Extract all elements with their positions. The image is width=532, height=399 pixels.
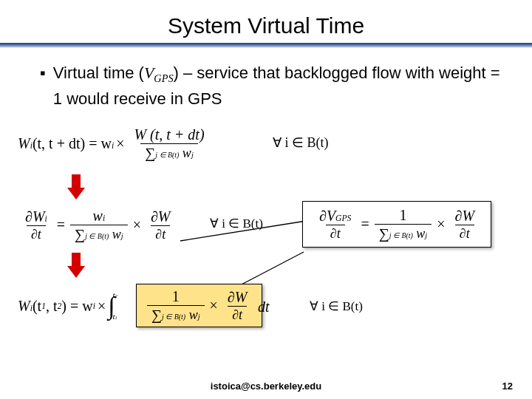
- red-arrow-2: [68, 253, 84, 278]
- bullet-text: Virtual time (VGPS) – service that backl…: [53, 63, 507, 109]
- math-area: Wi (t, t + dt) = wi × W (t, t + dt) ∑j ∈…: [40, 120, 507, 378]
- eq3-integral: ∫ t2 t1: [108, 291, 117, 321]
- eq3-hl-frac: 1 ∑j ∈ B(t) wj: [147, 289, 205, 322]
- slide: System Virtual Time ▪ Virtual time (VGPS…: [0, 0, 532, 399]
- callout-lines: [40, 120, 513, 378]
- bullet-var: V: [144, 64, 154, 82]
- equation-vgps-box: ∂VGPS ∂t = 1 ∑j ∈ B(t) wj × ∂W ∂t: [302, 201, 491, 248]
- bullet-row: ▪ Virtual time (VGPS) – service that bac…: [40, 63, 507, 109]
- eq3-hl-rhs: ∂W ∂t: [223, 290, 252, 321]
- slide-title: System Virtual Time: [0, 13, 532, 38]
- eqV-lhs: ∂VGPS ∂t: [315, 208, 355, 240]
- title-rule: [0, 43, 532, 48]
- svg-line-0: [180, 221, 306, 241]
- equation-3-dt: dt: [258, 299, 270, 316]
- eq1-Wi: Wi: [18, 135, 33, 152]
- footer-email: istoica@cs.berkeley.edu: [0, 381, 532, 392]
- equation-3-cond: ∀ i ∈ B(t): [310, 299, 363, 314]
- bullet-sub: GPS: [154, 72, 173, 84]
- page-number: 12: [502, 381, 513, 392]
- equation-3: Wi (t1, t2) = wi × ∫ t2 t1: [18, 291, 117, 321]
- title-area: System Virtual Time: [0, 0, 532, 48]
- bullet-pre: Virtual time (: [53, 64, 144, 82]
- equation-3-highlight: 1 ∑j ∈ B(t) wj × ∂W ∂t: [136, 284, 262, 327]
- bullet-mark: ▪: [40, 63, 46, 83]
- eqV-rhs: ∂W ∂t: [451, 208, 480, 240]
- eqV-mid: 1 ∑j ∈ B(t) wj: [375, 208, 432, 241]
- eq3-Wi: Wi: [18, 298, 33, 315]
- slide-body: ▪ Virtual time (VGPS) – service that bac…: [0, 48, 532, 358]
